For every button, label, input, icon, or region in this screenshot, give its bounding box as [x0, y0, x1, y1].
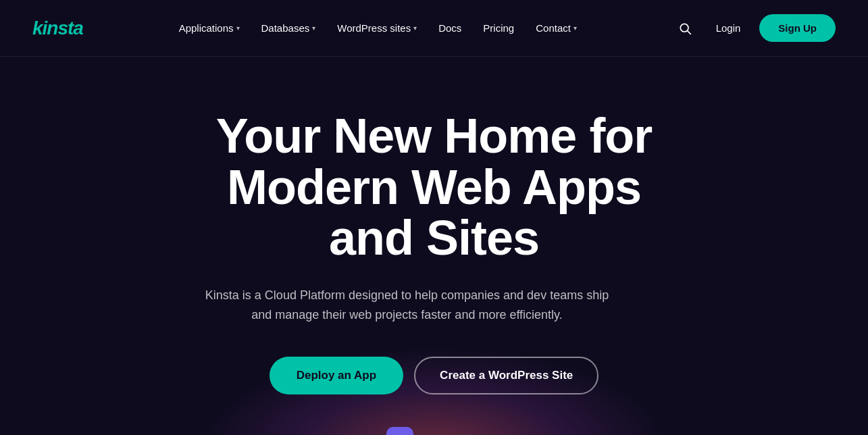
nav-link-applications[interactable]: Applications ▾ — [170, 17, 249, 39]
hero-subtitle: Kinsta is a Cloud Platform designed to h… — [198, 286, 617, 325]
signup-button[interactable]: Sign Up — [759, 14, 836, 42]
hero-title: Your New Home for Modern Web Apps and Si… — [198, 111, 671, 264]
login-button[interactable]: Login — [708, 17, 749, 39]
svg-line-1 — [687, 30, 690, 34]
chevron-down-icon: ▾ — [413, 24, 417, 32]
logo-text: kinsta — [32, 18, 83, 39]
search-icon — [678, 22, 692, 35]
create-wordpress-button[interactable]: Create a WordPress Site — [414, 357, 598, 394]
deploy-app-button[interactable]: Deploy an App — [270, 357, 403, 394]
hero-content: Your New Home for Modern Web Apps and Si… — [198, 111, 671, 435]
play-icon — [386, 427, 413, 435]
nav-link-pricing[interactable]: Pricing — [474, 17, 524, 39]
logo[interactable]: kinsta — [32, 18, 83, 39]
search-button[interactable] — [673, 16, 697, 41]
hero-section: Your New Home for Modern Web Apps and Si… — [0, 57, 868, 435]
nav-link-databases[interactable]: Databases ▾ — [252, 17, 326, 39]
main-nav: kinsta Applications ▾ Databases ▾ WordPr… — [0, 0, 868, 57]
chevron-down-icon: ▾ — [573, 24, 577, 32]
nav-link-contact[interactable]: Contact ▾ — [526, 17, 586, 39]
chevron-down-icon: ▾ — [312, 24, 315, 32]
nav-right: Login Sign Up — [673, 14, 836, 42]
chevron-down-icon: ▾ — [236, 24, 240, 32]
nav-links: Applications ▾ Databases ▾ WordPress sit… — [170, 17, 586, 39]
hero-buttons: Deploy an App Create a WordPress Site — [198, 357, 671, 394]
nav-link-docs[interactable]: Docs — [429, 17, 471, 39]
watch-demo-link[interactable]: Watch demo — [198, 427, 671, 435]
nav-link-wordpress-sites[interactable]: WordPress sites ▾ — [328, 17, 426, 39]
